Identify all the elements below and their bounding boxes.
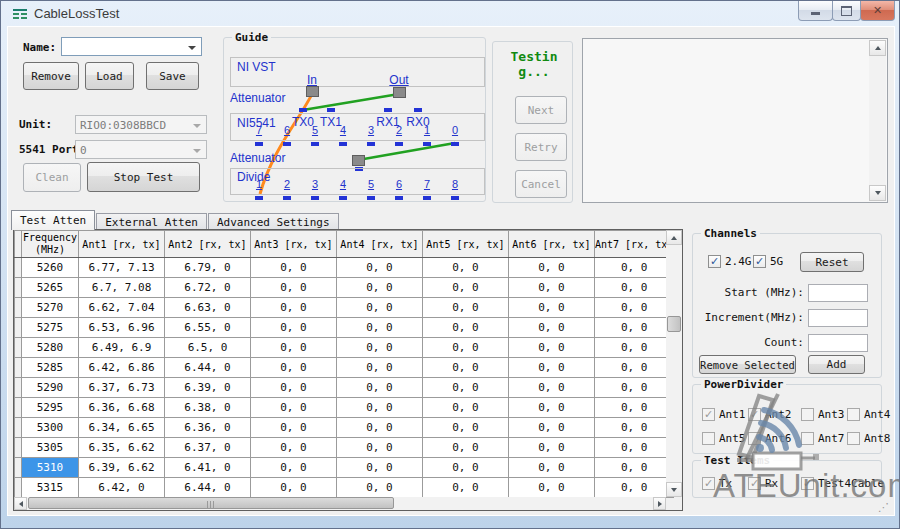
value-cell[interactable]: 0, 0 — [337, 278, 423, 298]
frequency-cell[interactable]: 5260 — [22, 258, 79, 278]
value-cell[interactable]: 0, 0 — [337, 338, 423, 358]
port-0[interactable]: 0 — [441, 124, 469, 136]
value-cell[interactable]: 0, 0 — [337, 398, 423, 418]
value-cell[interactable]: 6.41, 0 — [165, 458, 251, 478]
row-header[interactable] — [15, 258, 22, 278]
column-header-frequency[interactable]: Frequency (MHz) — [22, 231, 79, 258]
value-cell[interactable]: 6.39, 6.62 — [79, 458, 165, 478]
column-header-ant7[interactable]: Ant7 [rx, tx] — [595, 231, 674, 258]
value-cell[interactable]: 0, 0 — [509, 398, 595, 418]
value-cell[interactable]: 0, 0 — [509, 318, 595, 338]
port-1[interactable]: 1 — [245, 178, 273, 190]
port-4[interactable]: 4 — [329, 178, 357, 190]
add-button[interactable]: Add — [808, 355, 865, 374]
in-port-label[interactable]: In — [298, 73, 326, 87]
port-8[interactable]: 8 — [441, 178, 469, 190]
close-button[interactable]: ✕ — [860, 1, 895, 21]
port-7[interactable]: 7 — [413, 178, 441, 190]
value-cell[interactable]: 6.7, 7.08 — [79, 278, 165, 298]
value-cell[interactable]: 0, 0 — [509, 298, 595, 318]
column-header-ant3[interactable]: Ant3 [rx, tx] — [251, 231, 337, 258]
title-bar[interactable]: CableLossTest ✕ — [1, 1, 899, 27]
value-cell[interactable]: 0, 0 — [251, 378, 337, 398]
checkbox-ant8[interactable]: Ant8 — [847, 431, 891, 445]
value-cell[interactable]: 0, 0 — [251, 478, 337, 498]
frequency-cell[interactable]: 5270 — [22, 298, 79, 318]
out-port-label[interactable]: Out — [385, 73, 413, 87]
column-header-ant5[interactable]: Ant5 [rx, tx] — [423, 231, 509, 258]
value-cell[interactable]: 6.38, 0 — [165, 398, 251, 418]
clean-button[interactable]: Clean — [23, 163, 81, 192]
port-combobox[interactable]: 0 — [75, 140, 207, 159]
row-header[interactable] — [15, 438, 22, 458]
value-cell[interactable]: 6.42, 0 — [79, 478, 165, 498]
value-cell[interactable]: 6.36, 6.68 — [79, 398, 165, 418]
checkbox-ant5[interactable]: Ant5 — [702, 431, 746, 445]
start-mhz-input[interactable] — [808, 284, 868, 302]
row-header[interactable] — [15, 338, 22, 358]
value-cell[interactable]: 0, 0 — [595, 478, 674, 498]
value-cell[interactable]: 0, 0 — [337, 418, 423, 438]
value-cell[interactable]: 0, 0 — [423, 298, 509, 318]
port-5[interactable]: 5 — [301, 124, 329, 136]
value-cell[interactable]: 6.39, 0 — [165, 378, 251, 398]
frequency-cell[interactable]: 5275 — [22, 318, 79, 338]
value-cell[interactable]: 0, 0 — [509, 378, 595, 398]
stop-test-button[interactable]: Stop Test — [87, 162, 200, 192]
unit-combobox[interactable]: RIO0:0308BBCD — [75, 115, 207, 134]
frequency-cell[interactable]: 5290 — [22, 378, 79, 398]
row-header[interactable] — [15, 318, 22, 338]
scroll-down-button[interactable] — [666, 482, 682, 497]
load-button[interactable]: Load — [85, 62, 134, 90]
value-cell[interactable]: 0, 0 — [595, 338, 674, 358]
value-cell[interactable]: 6.63, 0 — [165, 298, 251, 318]
value-cell[interactable]: 0, 0 — [251, 358, 337, 378]
checkbox-2-4g[interactable]: ✓2.4G — [708, 254, 752, 268]
port-1[interactable]: 1 — [413, 124, 441, 136]
value-cell[interactable]: 0, 0 — [509, 478, 595, 498]
value-cell[interactable]: 6.49, 6.9 — [79, 338, 165, 358]
value-cell[interactable]: 6.37, 6.73 — [79, 378, 165, 398]
column-header-ant6[interactable]: Ant6 [rx, tx] — [509, 231, 595, 258]
value-cell[interactable]: 6.5, 0 — [165, 338, 251, 358]
checkbox-ant7[interactable]: Ant7 — [801, 431, 845, 445]
scroll-right-button[interactable] — [653, 497, 666, 510]
frequency-cell[interactable]: 5265 — [22, 278, 79, 298]
value-cell[interactable]: 0, 0 — [509, 458, 595, 478]
value-cell[interactable]: 6.44, 0 — [165, 478, 251, 498]
scroll-up-button[interactable] — [666, 230, 682, 245]
value-cell[interactable]: 0, 0 — [595, 258, 674, 278]
save-button[interactable]: Save — [146, 62, 199, 90]
value-cell[interactable]: 0, 0 — [337, 318, 423, 338]
row-header[interactable] — [15, 378, 22, 398]
row-header[interactable] — [15, 278, 22, 298]
row-header[interactable] — [15, 398, 22, 418]
checkbox-5g[interactable]: ✓5G — [753, 254, 783, 268]
row-header[interactable] — [15, 418, 22, 438]
scroll-up-button[interactable] — [869, 40, 886, 56]
value-cell[interactable]: 0, 0 — [251, 318, 337, 338]
tab-external-atten[interactable]: External Atten — [96, 213, 207, 230]
value-cell[interactable]: 0, 0 — [423, 418, 509, 438]
cancel-button[interactable]: Cancel — [515, 170, 567, 198]
checkbox-test4cable[interactable]: ✓Test4Cable — [801, 476, 884, 490]
value-cell[interactable]: 6.72, 0 — [165, 278, 251, 298]
reset-button[interactable]: Reset — [800, 252, 864, 272]
row-header-corner[interactable] — [15, 231, 22, 258]
value-cell[interactable]: 6.53, 6.96 — [79, 318, 165, 338]
value-cell[interactable]: 0, 0 — [423, 278, 509, 298]
minimize-button[interactable] — [798, 1, 833, 21]
remove-selected-button[interactable]: Remove Selected — [699, 355, 796, 374]
maximize-button[interactable] — [832, 1, 861, 21]
value-cell[interactable]: 0, 0 — [509, 438, 595, 458]
value-cell[interactable]: 0, 0 — [595, 438, 674, 458]
value-cell[interactable]: 0, 0 — [423, 338, 509, 358]
value-cell[interactable]: 0, 0 — [423, 438, 509, 458]
value-cell[interactable]: 0, 0 — [595, 398, 674, 418]
value-cell[interactable]: 0, 0 — [595, 418, 674, 438]
value-cell[interactable]: 0, 0 — [595, 278, 674, 298]
port-2[interactable]: 2 — [273, 178, 301, 190]
frequency-cell[interactable]: 5285 — [22, 358, 79, 378]
port-3[interactable]: 3 — [357, 124, 385, 136]
frequency-cell[interactable]: 5295 — [22, 398, 79, 418]
